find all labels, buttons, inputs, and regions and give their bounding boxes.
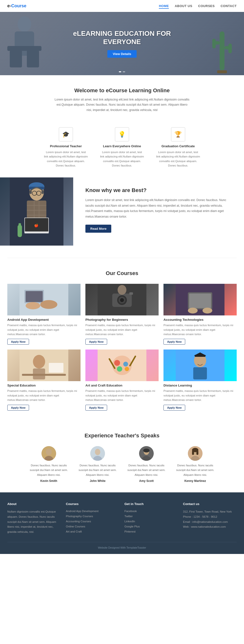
testimonial-kevin: Donec faucibus. Nunc iaculis suscipit du… (27, 446, 71, 483)
svg-point-59 (125, 367, 129, 371)
course-desc-4: Praesent mattis, massa quis luctus ferme… (7, 389, 80, 402)
footer-courses-heading: Courses (66, 502, 119, 506)
feature-learn-everywhere: 💡 Learn Everywhere Online Lorem ipsum do… (100, 127, 144, 168)
avatar-amy (139, 446, 154, 461)
welcome-section: Welcome to eCourse Learning Online Lorem… (0, 75, 244, 120)
why-image: 🍎 (0, 178, 73, 246)
svg-rect-9 (228, 44, 232, 53)
course-img-android (7, 284, 80, 316)
course-img-special-ed (7, 350, 80, 381)
apply-button-1[interactable]: Apply Now (7, 339, 29, 345)
footer-social-heading: Get in Touch (125, 502, 178, 506)
feature-title-2: Learn Everywhere Online (100, 144, 144, 148)
footer-bottom-text: Website Designed With TemplateToaster (98, 546, 146, 549)
svg-point-71 (95, 449, 100, 455)
footer-phone: Phone : 1234 - 5678 - 9012 (183, 514, 237, 520)
svg-rect-5 (220, 32, 224, 70)
why-image-placeholder: 🍎 (0, 178, 73, 246)
footer-course-link-3[interactable]: Accounting Courses (66, 520, 91, 523)
course-desc-2: Praesent mattis, massa quis luctus ferme… (85, 323, 159, 336)
footer-facebook-link[interactable]: Facebook (125, 510, 137, 512)
course-desc-6: Praesent mattis, massa quis luctus ferme… (164, 389, 237, 402)
testimonials-heading: Experience Teacher's Speaks (7, 432, 237, 439)
apply-button-6[interactable]: Apply Now (164, 405, 185, 410)
testimonial-name-1: Kevin Smith (27, 479, 71, 483)
svg-rect-20 (42, 190, 44, 194)
hero-dot-1[interactable] (119, 71, 121, 72)
course-title-6: Distance Learning (164, 384, 237, 387)
hero-content: eLEARNING EDUCATION FOR EVERYONE View De… (73, 30, 171, 58)
svg-point-57 (123, 362, 128, 366)
apply-button-4[interactable]: Apply Now (7, 405, 29, 410)
svg-point-0 (18, 16, 31, 32)
nav-about[interactable]: ABOUT US (175, 4, 192, 8)
testimonials-section: Experience Teacher's Speaks Donec faucib… (0, 420, 244, 492)
nav-courses[interactable]: COURSES (198, 4, 215, 8)
course-card-special-ed: Special Education Praesent mattis, massa… (7, 350, 80, 410)
why-description: Lorem ipsum dolor sit amet, test link ad… (85, 198, 234, 219)
svg-point-35 (26, 302, 40, 309)
svg-point-43 (117, 285, 127, 295)
courses-section: Our Courses Android App Development Prae… (0, 258, 244, 420)
svg-text:🍎: 🍎 (34, 224, 39, 228)
testimonials-grid: Donec faucibus. Nunc iaculis suscipit du… (7, 446, 237, 483)
footer-pinterest-link[interactable]: Pinterest (125, 530, 136, 533)
svg-point-55 (112, 356, 132, 375)
apply-button-2[interactable]: Apply Now (85, 339, 107, 345)
hero-dot-2[interactable] (123, 71, 125, 72)
course-title-1: Android App Development (7, 318, 80, 322)
footer-about: About Nullam dignissim convallis est.Qui… (7, 502, 61, 535)
footer-course-link-1[interactable]: Android App Development (66, 510, 98, 512)
avatar-kenny (188, 446, 202, 461)
footer-contact-heading: Contact us (183, 502, 237, 506)
hero-cactus (207, 19, 237, 75)
footer-courses-list: Android App Development Photography Cour… (66, 509, 119, 533)
svg-rect-2 (7, 46, 42, 51)
footer-twitter-link[interactable]: Twitter (125, 515, 133, 518)
testimonial-kenny: Donec faucibus. Nunc iaculis suscipit du… (173, 446, 217, 483)
course-desc-5: Praesent mattis, massa quis luctus ferme… (85, 389, 159, 402)
read-more-button[interactable]: Read More (85, 225, 111, 233)
course-title-3: Accounting Technologies (164, 318, 237, 322)
footer-linkedin-link[interactable]: LinkedIn (125, 520, 135, 523)
footer-bottom: Website Designed With TemplateToaster (7, 542, 237, 549)
footer-course-link-4[interactable]: Online Courses (66, 525, 85, 528)
footer-contact: Contact us 312, First Tower, Town Road, … (183, 502, 237, 535)
hero-view-details-button[interactable]: View Details (107, 50, 137, 58)
feature-desc-3: Lorem ipsum dolor sit amet, test link ad… (156, 150, 200, 168)
feature-title-3: Graduation Certificate (156, 144, 200, 148)
apply-button-5[interactable]: Apply Now (85, 405, 107, 410)
svg-point-56 (114, 360, 120, 366)
nav-logo: e-Course (7, 4, 26, 8)
hero-title: eLEARNING EDUCATION FOR EVERYONE (73, 30, 171, 46)
course-card-android: Android App Development Praesent mattis,… (7, 284, 80, 345)
testimonial-quote-4: Donec faucibus. Nunc iaculis suscipit du… (173, 463, 217, 478)
footer-courses: Courses Android App Development Photogra… (66, 502, 119, 535)
svg-rect-42 (129, 292, 133, 295)
testimonial-quote-1: Donec faucibus. Nunc iaculis suscipit du… (27, 463, 71, 478)
footer-address: 312, First Tower, Town Road, New York (183, 509, 237, 514)
svg-point-58 (117, 366, 122, 372)
testimonial-john: Donec faucibus. Nunc iaculis suscipit du… (76, 446, 119, 483)
svg-rect-81 (196, 450, 198, 455)
svg-rect-3 (10, 50, 22, 68)
footer-course-link-5[interactable]: Art and Craft (66, 530, 82, 533)
testimonial-quote-2: Donec faucibus. Nunc iaculis suscipit du… (76, 463, 119, 478)
course-desc-3: Praesent mattis, massa quis luctus ferme… (164, 323, 237, 336)
footer-grid: About Nullam dignissim convallis est.Qui… (7, 502, 237, 535)
testimonial-quote-3: Donec faucibus. Nunc iaculis suscipit du… (125, 463, 168, 478)
testimonial-name-3: Amy Scott (125, 479, 168, 483)
apply-button-3[interactable]: Apply Now (164, 339, 185, 345)
nav-home[interactable]: HOME (159, 4, 169, 9)
svg-point-68 (46, 448, 52, 456)
nav-contact[interactable]: CONTACT (220, 4, 237, 8)
svg-point-48 (202, 308, 212, 314)
avatar-kevin (42, 446, 56, 461)
footer-web: Web : www.nationaleducation.com (183, 524, 237, 529)
navbar: e-Course HOME ABOUT US COURSES CONTACT (0, 0, 244, 12)
feature-title-1: Professional Teacher (44, 144, 88, 148)
footer-googleplus-link[interactable]: Google Plus (125, 525, 140, 528)
course-card-distance: Distance Learning Praesent mattis, massa… (164, 350, 237, 410)
footer-course-link-2[interactable]: Photography Courses (66, 515, 93, 518)
nav-links: HOME ABOUT US COURSES CONTACT (159, 4, 237, 8)
